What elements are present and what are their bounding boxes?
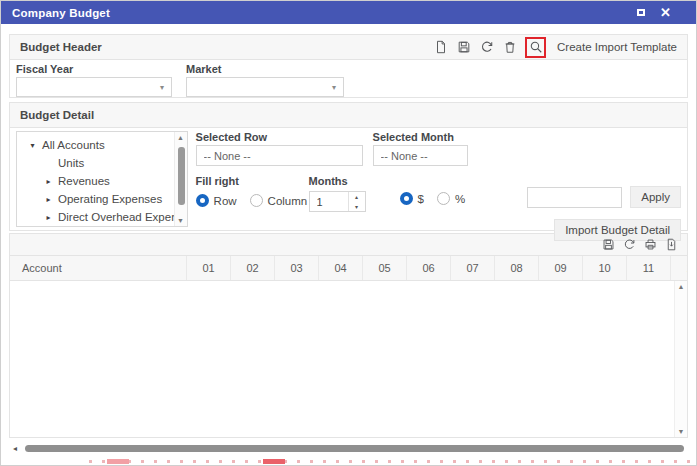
spinner-down-icon[interactable]: ▾ [349, 202, 365, 212]
dollar-radio[interactable]: $ [400, 192, 424, 205]
scroll-down-icon[interactable]: ▼ [675, 428, 687, 435]
budget-detail-title: Budget Detail [20, 109, 94, 121]
months-group: Months ▴ ▾ [309, 171, 385, 212]
tree-item[interactable]: ▾All Accounts [17, 136, 173, 154]
budget-header-body: Fiscal Year ▾ Market ▾ [10, 60, 687, 97]
column-header-month-10[interactable]: 10 [583, 256, 627, 280]
fiscal-year-select[interactable]: ▾ [16, 77, 172, 97]
budget-header-titlebar: Budget Header [10, 35, 687, 60]
grid-horizontal-scrollbar[interactable]: ◂ [9, 443, 688, 453]
column-header-month-06[interactable]: 06 [407, 256, 451, 280]
company-budget-window: Company Budget ✕ Budget Header [0, 0, 697, 466]
column-header-account[interactable]: Account [10, 256, 187, 280]
export-icon[interactable] [664, 237, 679, 252]
budget-header-panel: Budget Header [9, 34, 688, 98]
bottom-edge-artifact [107, 459, 129, 464]
months-label: Months [309, 175, 348, 187]
bottom-edge-artifact [263, 459, 285, 464]
fiscal-year-field: Fiscal Year ▾ [16, 63, 172, 97]
budget-detail-body: ▾All AccountsUnits▸Revenues▸Operating Ex… [10, 128, 687, 230]
tree-item[interactable]: Units [17, 154, 173, 172]
tree-item[interactable]: Indirect Overhead Expenses [17, 226, 173, 227]
scroll-down-icon[interactable]: ▼ [175, 217, 187, 224]
selected-month-label: Selected Month [373, 131, 468, 143]
column-header-month-03[interactable]: 03 [275, 256, 319, 280]
radio-selected-icon [196, 194, 209, 207]
tree-item-label: Units [58, 157, 84, 169]
tree-items-host: ▾All AccountsUnits▸Revenues▸Operating Ex… [17, 136, 173, 227]
tree-item[interactable]: ▸Direct Overhead Expenses [17, 208, 173, 226]
market-select[interactable]: ▾ [186, 77, 344, 97]
column-header-month-12[interactable]: 12 [671, 256, 688, 280]
scroll-up-icon[interactable]: ▲ [675, 283, 687, 290]
fill-right-row-radio[interactable]: Row [196, 194, 237, 207]
close-icon: ✕ [660, 5, 671, 20]
grid-body: ▲ ▼ [9, 281, 688, 438]
chevron-down-icon: ▾ [332, 83, 336, 92]
import-budget-detail-button[interactable]: Import Budget Detail [554, 219, 681, 241]
selected-row-input[interactable] [196, 145, 363, 166]
refresh-icon[interactable] [479, 40, 494, 55]
refresh-icon[interactable] [622, 237, 637, 252]
chevron-right-icon[interactable]: ▸ [42, 213, 55, 222]
tree-scrollbar[interactable]: ▲ ▼ [174, 132, 187, 226]
radio-label: % [455, 193, 465, 205]
new-document-icon[interactable] [433, 40, 448, 55]
search-icon[interactable] [528, 40, 543, 55]
budget-detail-controls: Selected Row Selected Month Fill right [188, 131, 681, 227]
maximize-icon [637, 9, 645, 16]
column-header-month-07[interactable]: 07 [451, 256, 495, 280]
create-import-template-link[interactable]: Create Import Template [557, 41, 677, 53]
tree-item-label: Operating Expenses [58, 193, 162, 205]
account-tree: ▾All AccountsUnits▸Revenues▸Operating Ex… [16, 131, 188, 227]
fill-right-group: Fill right Row Column [196, 171, 309, 207]
save-icon[interactable] [456, 40, 471, 55]
tree-item-label: Direct Overhead Expenses [58, 211, 188, 223]
chevron-down-icon[interactable]: ▾ [26, 141, 39, 150]
scroll-up-icon[interactable]: ▲ [175, 134, 187, 141]
spinner-up-icon[interactable]: ▴ [349, 192, 365, 202]
market-field: Market ▾ [186, 63, 344, 97]
delete-icon[interactable] [502, 40, 517, 55]
months-input[interactable] [310, 192, 344, 211]
window-title: Company Budget [12, 7, 110, 19]
selected-month-input[interactable] [373, 145, 468, 166]
column-header-month-11[interactable]: 11 [627, 256, 671, 280]
unit-group: $ % [400, 171, 479, 205]
grid-vertical-scrollbar[interactable]: ▲ ▼ [674, 281, 687, 437]
window-body: Budget Header [1, 24, 696, 453]
tree-item[interactable]: ▸Revenues [17, 172, 173, 190]
scroll-left-icon[interactable]: ◂ [13, 444, 25, 453]
budget-detail-titlebar: Budget Detail [10, 103, 687, 128]
column-header-month-05[interactable]: 05 [363, 256, 407, 280]
bottom-edge-artifact [89, 460, 693, 463]
close-button[interactable]: ✕ [660, 6, 671, 19]
chevron-right-icon[interactable]: ▸ [42, 195, 55, 204]
fill-value-input[interactable] [527, 187, 622, 208]
spinner-buttons: ▴ ▾ [348, 192, 365, 211]
market-label: Market [186, 63, 344, 75]
selected-row-label: Selected Row [196, 131, 363, 143]
maximize-button[interactable] [637, 9, 645, 16]
print-icon[interactable] [643, 237, 658, 252]
apply-button[interactable]: Apply [630, 186, 681, 208]
column-header-month-09[interactable]: 09 [539, 256, 583, 280]
chevron-right-icon[interactable]: ▸ [42, 177, 55, 186]
window-controls: ✕ [637, 6, 671, 19]
chevron-down-icon: ▾ [160, 83, 164, 92]
percent-radio[interactable]: % [437, 192, 465, 205]
horizontal-scroll-thumb[interactable] [25, 445, 684, 452]
fill-right-column-radio[interactable]: Column [250, 194, 308, 207]
column-header-month-08[interactable]: 08 [495, 256, 539, 280]
months-spinner: ▴ ▾ [309, 191, 366, 212]
save-icon[interactable] [601, 237, 616, 252]
column-header-month-04[interactable]: 04 [319, 256, 363, 280]
column-header-month-01[interactable]: 01 [187, 256, 231, 280]
selected-row-field: Selected Row [196, 131, 363, 166]
tree-item[interactable]: ▸Operating Expenses [17, 190, 173, 208]
tree-item-label: Revenues [58, 175, 110, 187]
column-header-month-02[interactable]: 02 [231, 256, 275, 280]
radio-label: Column [268, 195, 308, 207]
tree-scroll-thumb[interactable] [178, 147, 185, 205]
fiscal-year-label: Fiscal Year [16, 63, 172, 75]
